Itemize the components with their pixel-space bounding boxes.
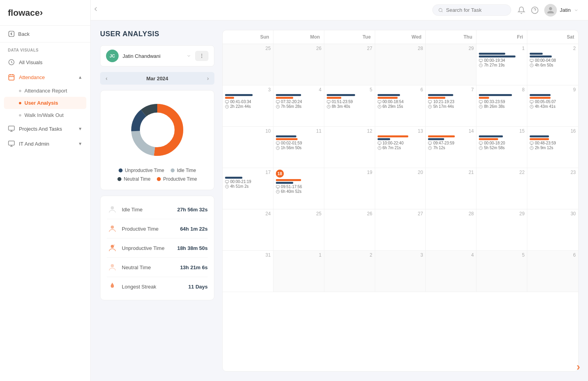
cal-cell-4[interactable]: 407:32-20:247h 56m 28s — [274, 85, 324, 127]
cal-cell-9[interactable]: 900:05-05:074h 43m 41s — [527, 85, 578, 127]
cal-duration: 7h 56m 28s — [276, 104, 322, 109]
cal-cell-3[interactable]: 300:41-03:342h 22m 44s — [223, 85, 274, 127]
search-input[interactable] — [446, 7, 505, 13]
cal-bar — [428, 138, 444, 140]
svg-rect-48 — [225, 180, 229, 183]
back-icon — [8, 30, 15, 37]
cal-cell-25[interactable]: 25 — [223, 44, 274, 85]
attendance-label: Attendance — [19, 74, 45, 80]
cal-cell-23[interactable]: 23 — [527, 168, 578, 209]
cal-bar — [530, 97, 551, 99]
monitor-icon — [530, 141, 534, 145]
cal-duration: 2h 9m 12s — [530, 146, 576, 150]
cal-cell-27[interactable]: 27 — [324, 44, 375, 85]
back-button[interactable]: Back — [0, 26, 90, 43]
cal-bar — [378, 138, 390, 140]
cal-cell-6[interactable]: 600:00-18:546h 29m 15s — [375, 85, 426, 127]
cal-cell-6[interactable]: 6 — [527, 251, 578, 292]
cal-cell-1[interactable]: 100:00-19:347h 27m 19s — [476, 44, 527, 85]
next-month-button[interactable]: › — [207, 75, 209, 81]
stat-idle-label: Idle Time — [122, 207, 143, 213]
cal-bar — [428, 97, 445, 99]
clock-icon — [225, 185, 229, 189]
cal-cell-1[interactable]: 1 — [274, 251, 324, 292]
help-icon[interactable] — [531, 6, 539, 14]
sidebar-item-walk-inout[interactable]: Walk In/Walk Out — [0, 109, 90, 121]
cal-cell-17[interactable]: 1700:00-21:194h 51m 2s — [223, 168, 274, 209]
sidebar-group-projects[interactable]: Projects And Tasks ▼ — [0, 121, 90, 136]
cal-cell-5[interactable]: 501:51-23:598h 3m 40s — [324, 85, 375, 127]
brand-accent: › — [577, 361, 580, 373]
cal-cell-4[interactable]: 4 — [426, 251, 476, 292]
sidebar-group-attendance[interactable]: Attendance ▲ — [0, 70, 90, 85]
sidebar-item-attendance-report[interactable]: Attendance Report — [0, 85, 90, 97]
cal-bar — [276, 182, 293, 184]
monitor-icon — [225, 100, 229, 104]
cal-header-sat: Sat — [527, 30, 578, 44]
cal-cell-16[interactable]: 1600:48-23:592h 9m 12s — [527, 127, 578, 168]
cal-duration: 8h 26m 38s — [479, 104, 525, 109]
cal-cell-26[interactable]: 26 — [324, 209, 375, 251]
sidebar-item-user-analysis[interactable]: User Analysis — [4, 97, 86, 109]
user-selector[interactable]: JC Jatin Chandwani — [100, 45, 214, 67]
cal-cell-26[interactable]: 26 — [274, 44, 324, 85]
cal-cell-20[interactable]: 20 — [375, 168, 426, 209]
cal-cell-8[interactable]: 800:33-23:598h 26m 38s — [476, 85, 527, 127]
cal-cell-13[interactable]: 1310:00-22:406h 7m 21s — [375, 127, 426, 168]
cal-bar — [378, 94, 400, 96]
cal-cell-29[interactable]: 29 — [426, 44, 476, 85]
cal-cell-11[interactable]: 1100:02-01:591h 56m 50s — [274, 127, 324, 168]
prev-month-button[interactable]: ‹ — [106, 75, 108, 81]
svg-rect-20 — [479, 59, 482, 61]
notification-icon[interactable] — [517, 6, 525, 14]
day-number: 27 — [327, 46, 372, 51]
sidebar-collapse-button[interactable] — [92, 6, 99, 14]
day-number: 4 — [276, 87, 322, 92]
cal-cell-2[interactable]: 2 — [324, 251, 375, 292]
search-box[interactable] — [432, 4, 511, 16]
user-analysis-label: User Analysis — [24, 100, 58, 106]
day-number: 26 — [276, 46, 322, 51]
cal-cell-19[interactable]: 19 — [324, 168, 375, 209]
stat-neutral-left: Neutral Time — [107, 262, 151, 273]
cal-cell-22[interactable]: 22 — [476, 168, 527, 209]
stat-streak-label: Longest Streak — [122, 284, 156, 290]
day-number: 25 — [225, 46, 271, 51]
cal-cell-5[interactable]: 5 — [476, 251, 527, 292]
cal-cell-21[interactable]: 21 — [426, 168, 476, 209]
cal-cell-15[interactable]: 1500:00-18:205h 52m 58s — [476, 127, 527, 168]
cal-cell-28[interactable]: 28 — [375, 44, 426, 85]
cal-cell-25[interactable]: 25 — [274, 209, 324, 251]
clock-icon — [479, 105, 483, 109]
cal-cell-3[interactable]: 3 — [375, 251, 426, 292]
cal-cell-10[interactable]: 10 — [223, 127, 274, 168]
user-info[interactable]: Jatin — [544, 4, 579, 17]
sidebar-item-all-visuals[interactable]: All Visuals — [0, 55, 90, 70]
cal-cell-31[interactable]: 31 — [223, 251, 274, 292]
day-number: 14 — [428, 128, 474, 134]
cal-cell-14[interactable]: 1409:47-23:597h 12s — [426, 127, 476, 168]
clock-icon — [378, 105, 381, 109]
day-number: 9 — [530, 87, 576, 92]
day-number: 23 — [530, 170, 576, 175]
cal-cell-24[interactable]: 24 — [223, 209, 274, 251]
cal-cell-18[interactable]: 1809:51-17:566h 40m 52s — [274, 168, 324, 209]
cal-header-tue: Tue — [324, 30, 375, 44]
page-title: USER ANALYSIS — [100, 30, 214, 38]
cal-cell-12[interactable]: 12 — [324, 127, 375, 168]
cal-cell-30[interactable]: 30 — [527, 209, 578, 251]
day-number: 18 — [276, 170, 284, 178]
cal-time-range: 09:51-17:56 — [276, 185, 322, 189]
filter-button[interactable] — [195, 51, 208, 61]
cal-cell-29[interactable]: 29 — [476, 209, 527, 251]
cal-cell-2[interactable]: 200:00-04:084h 6m 50s — [527, 44, 578, 85]
cal-cell-28[interactable]: 28 — [426, 209, 476, 251]
cal-header-wed: Wed — [375, 30, 426, 44]
cal-cell-27[interactable]: 27 — [375, 209, 426, 251]
cal-cell-7[interactable]: 710:21-19:235h 17m 44s — [426, 85, 476, 127]
sidebar-group-it-admin[interactable]: IT And Admin ▼ — [0, 136, 90, 151]
cal-bar — [479, 55, 515, 57]
chart-card: Unproductive Time Idle Time Neutral Time — [100, 90, 214, 190]
avatar-icon — [547, 6, 555, 14]
cal-bar — [479, 94, 512, 96]
